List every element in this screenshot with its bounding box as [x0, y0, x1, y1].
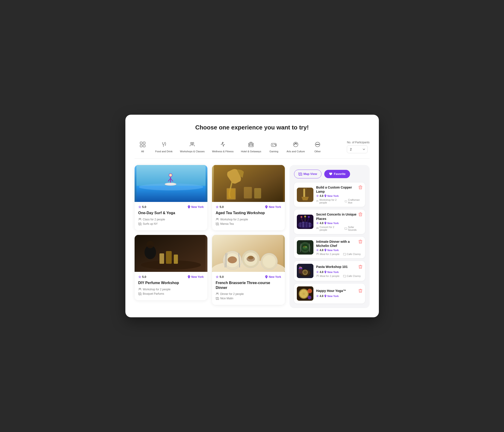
svg-point-128	[301, 267, 302, 268]
favorite-button[interactable]: Favorite	[324, 170, 350, 178]
delete-btn-concerts[interactable]	[359, 212, 362, 217]
fav-type-value-michelin: Meal for 2 people	[320, 253, 340, 255]
location-pin-fav-michelin	[324, 249, 326, 252]
exp-card-french-dinner[interactable]: ☆ 5.0 New York French Brasserie Three-co…	[212, 235, 285, 305]
category-item-wellness[interactable]: Wellness & Fitness	[209, 139, 236, 155]
fav-item-michelin-dinner[interactable]: Intimate Dinner with a Michelin Chef ☆ 4…	[294, 237, 365, 258]
exp-venue-value-french: Nice Matin	[220, 297, 234, 300]
svg-point-90	[302, 222, 305, 224]
svg-rect-1	[143, 142, 145, 144]
svg-point-15	[275, 144, 275, 145]
map-view-button[interactable]: Map View	[294, 170, 322, 178]
rating-value-french: 5.0	[220, 275, 224, 279]
fav-type-value-concerts: Concert for 2 people	[320, 226, 341, 231]
category-nav: All Food and Drink Workshops & Classes	[135, 139, 370, 159]
trash-icon-michelin	[359, 240, 362, 244]
svg-point-97	[304, 216, 306, 217]
fav-type-value-pasta: Meal for 2 people	[320, 275, 340, 277]
svg-rect-52	[254, 188, 261, 198]
location-french: New York	[265, 275, 281, 279]
svg-point-96	[300, 216, 302, 218]
exp-rating-tea: ☆ 5.0	[216, 205, 224, 209]
svg-point-85	[317, 200, 318, 201]
category-item-all[interactable]: All	[135, 139, 151, 155]
people-icon-tea	[216, 218, 219, 221]
svg-point-61	[228, 256, 237, 263]
category-item-workshops[interactable]: Workshops & Classes	[177, 139, 207, 155]
svg-rect-11	[252, 145, 252, 146]
fav-item-secret-concerts[interactable]: Secret Concerts in Unique Places ☆ 4.8 N…	[294, 209, 365, 234]
fav-item-header-yoga: Happy Hour Yoga™	[316, 289, 362, 294]
fav-item-copper-lamp[interactable]: Build a Custom Copper Lamp ☆ 4.8 New Yor…	[294, 183, 365, 207]
svg-rect-40	[166, 251, 172, 264]
main-grid: ☆ 5.0 New York One-Day Surf & Yoga Class…	[135, 165, 370, 308]
gaming-icon	[270, 141, 277, 149]
svg-point-5	[191, 142, 192, 144]
location-pin-fav-concerts	[324, 222, 326, 225]
svg-point-142	[308, 296, 311, 299]
exp-card-diy-perfume[interactable]: ☆ 5.0 New York DIY Perfume Workshop Work…	[135, 235, 207, 300]
delete-btn-pasta[interactable]	[359, 265, 362, 270]
exp-meta-perfume: ☆ 5.0 New York	[138, 275, 204, 279]
svg-point-117	[316, 253, 317, 254]
participants-select[interactable]: 1 2 3 4	[347, 145, 368, 153]
trash-icon-pasta	[359, 265, 362, 269]
svg-point-132	[318, 275, 318, 276]
category-item-hotel[interactable]: Hotel & Getaways	[238, 139, 264, 155]
exp-title-perfume: DIY Perfume Workshop	[138, 281, 204, 285]
favorite-label: Favorite	[334, 172, 346, 176]
fav-item-info-concerts: Secret Concerts in Unique Places ☆ 4.8 N…	[316, 212, 362, 231]
fav-type-pasta: Meal for 2 people	[316, 275, 340, 277]
svg-point-34	[140, 218, 141, 219]
fav-item-happy-hour-yoga[interactable]: Happy Hour Yoga™ ☆ 4.8 New York	[294, 284, 365, 303]
wellness-icon	[220, 141, 226, 149]
star-icon-fav-lamp: ☆	[316, 194, 319, 197]
category-label-wellness: Wellness & Fitness	[212, 150, 234, 153]
delete-btn-michelin[interactable]	[359, 240, 362, 245]
svg-point-105	[318, 227, 318, 228]
people-icon-fav-lamp	[316, 200, 318, 203]
star-icon-tea: ☆	[216, 205, 219, 209]
location-pin-icon-surf	[188, 205, 190, 209]
svg-point-140	[303, 293, 305, 295]
exp-rating-french: ☆ 5.0	[216, 275, 224, 279]
exp-card-aged-tea[interactable]: ☆ 5.0 New York Aged Tea Tasting Workshop…	[212, 165, 285, 230]
fav-rating-value-lamp: 4.8	[320, 194, 324, 197]
hotel-icon	[248, 141, 254, 149]
fav-item-info-pasta: Pasta Workshop 101 ☆ 4.8 New York	[316, 265, 362, 277]
delete-btn-lamp[interactable]	[359, 185, 362, 190]
category-label-arts: Arts and Culture	[287, 150, 305, 153]
exp-venue-value-perfume: Bouquet Parfums	[143, 292, 164, 295]
exp-type-value-tea: Workshop for 2 people	[220, 218, 248, 221]
exp-card-surf-yoga[interactable]: ☆ 5.0 New York One-Day Surf & Yoga Class…	[135, 165, 207, 230]
fav-venue-value-michelin: Cafe Clunny	[347, 253, 361, 255]
fav-venue-michelin: Cafe Clunny	[343, 253, 361, 255]
participants-filter-label: No. of Participants	[347, 141, 369, 144]
category-item-food[interactable]: Food and Drink	[153, 139, 175, 155]
exp-meta-tea: ☆ 5.0 New York	[216, 205, 281, 209]
fav-location-value-lamp: New York	[327, 195, 339, 197]
fav-type-concerts: Concert for 2 people	[316, 226, 341, 231]
svg-rect-10	[249, 145, 250, 146]
fav-item-pasta-workshop[interactable]: Pasta Workshop 101 ☆ 4.8 New York	[294, 261, 365, 281]
delete-btn-yoga[interactable]	[359, 289, 362, 294]
category-item-arts[interactable]: Arts and Culture	[284, 139, 307, 155]
people-icon-surf	[138, 218, 142, 221]
fav-location-concerts: New York	[324, 222, 339, 225]
svg-rect-0	[140, 142, 142, 144]
svg-rect-50	[227, 189, 235, 199]
location-pin-fav-yoga	[324, 295, 326, 298]
rating-value-surf: 5.0	[142, 205, 146, 209]
category-item-gaming[interactable]: Gaming	[266, 139, 282, 155]
map-icon-perfume	[138, 292, 142, 295]
location-value-surf: New York	[191, 205, 204, 209]
svg-rect-125	[299, 268, 302, 273]
location-pin-icon-tea	[265, 205, 268, 209]
exp-rating-surf: ☆ 5.0	[138, 205, 146, 209]
map-icon-french	[216, 297, 219, 300]
map-icon-surf	[138, 222, 142, 225]
category-item-other[interactable]: Other	[309, 139, 326, 155]
category-label-food: Food and Drink	[155, 150, 173, 153]
svg-point-33	[139, 218, 140, 219]
category-label-workshops: Workshops & Classes	[180, 150, 205, 153]
